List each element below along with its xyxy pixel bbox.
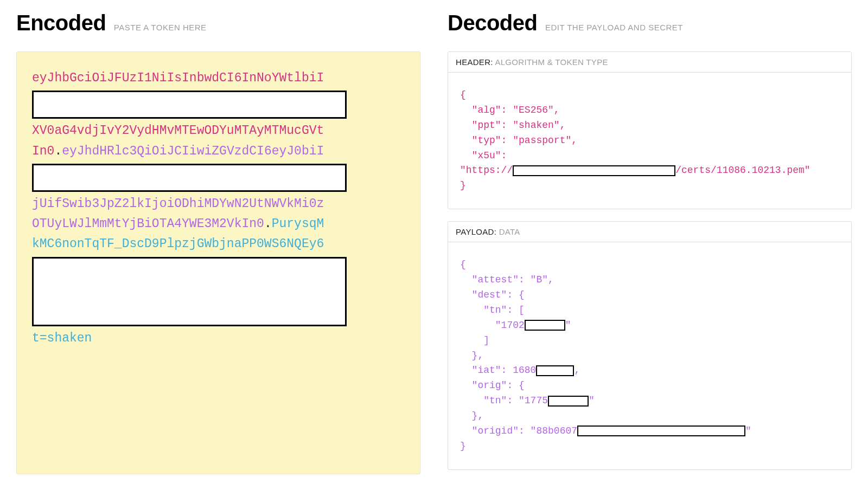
redaction-box — [32, 91, 347, 119]
decoded-header: Decoded EDIT THE PAYLOAD AND SECRET — [448, 11, 852, 35]
main-layout: Encoded PASTE A TOKEN HERE eyJhbGciOiJFU… — [16, 11, 852, 482]
header-json-editor[interactable]: { "alg": "ES256", "ppt": "shaken", "typ"… — [448, 73, 851, 209]
encoded-title: Encoded — [16, 11, 106, 35]
redaction-box — [525, 320, 565, 331]
decoded-column: Decoded EDIT THE PAYLOAD AND SECRET HEAD… — [448, 11, 852, 482]
decoded-payload-section: PAYLOAD: DATA { "attest": "B", "dest": {… — [448, 221, 852, 470]
decoded-header-section: HEADER: ALGORITHM & TOKEN TYPE { "alg": … — [448, 51, 852, 209]
encoded-column: Encoded PASTE A TOKEN HERE eyJhbGciOiJFU… — [16, 11, 420, 482]
token-sig-part1: PurysqM — [272, 217, 324, 231]
decoded-subtitle: EDIT THE PAYLOAD AND SECRET — [545, 23, 683, 32]
encoded-token-input[interactable]: eyJhbGciOiJFUzI1NiIsInbwdCI6InNoYWtlbiI … — [16, 51, 420, 474]
token-header-part1: eyJhbGciOiJFUzI1NiIsInbwdCI6InNoYWtlbiI — [32, 71, 324, 85]
redaction-box — [536, 365, 574, 376]
token-header-part3: In0 — [32, 144, 54, 158]
payload-section-title: PAYLOAD: DATA — [448, 222, 851, 242]
token-payload-part3: OTUyLWJlMmMtYjBiOTA4YWE3M2VkIn0 — [32, 217, 264, 231]
token-sig-part2: kMC6nonTqTF_DscD9PlpzjGWbjnaPP0WS6NQEy6 — [32, 237, 324, 251]
encoded-subtitle: PASTE A TOKEN HERE — [114, 23, 207, 32]
redaction-box — [577, 425, 745, 436]
token-sig-part3: t=shaken — [32, 331, 92, 345]
encoded-header: Encoded PASTE A TOKEN HERE — [16, 11, 420, 35]
token-payload-part1: eyJhdHRlc3QiOiJCIiwiZGVzdCI6eyJ0biI — [62, 144, 324, 158]
redaction-box — [32, 164, 347, 192]
token-header-part2: XV0aG4vdjIvY2VydHMvMTEwODYuMTAyMTMucGVt — [32, 124, 324, 138]
payload-json-editor[interactable]: { "attest": "B", "dest": { "tn": [ "1702… — [448, 242, 851, 469]
token-payload-part2: jUifSwib3JpZ2lkIjoiODhiMDYwN2UtNWVkMi0z — [32, 197, 324, 211]
header-section-title: HEADER: ALGORITHM & TOKEN TYPE — [448, 52, 851, 73]
decoded-title: Decoded — [448, 11, 537, 35]
redaction-box — [548, 396, 589, 407]
redaction-box — [32, 257, 347, 326]
redaction-box — [513, 165, 675, 176]
